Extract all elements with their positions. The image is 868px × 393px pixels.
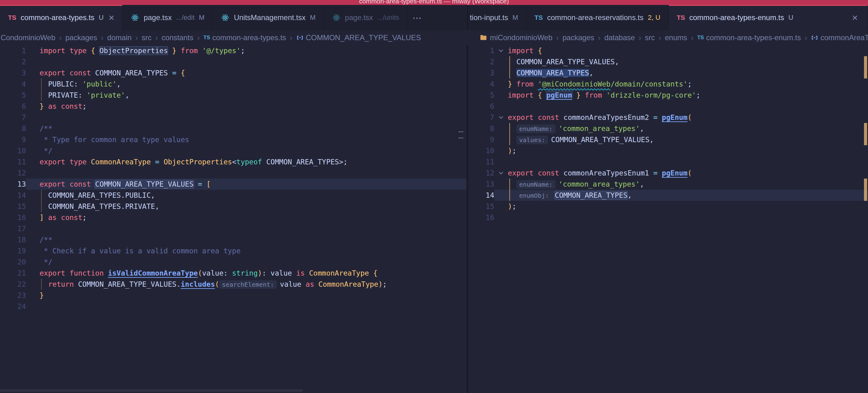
line-number[interactable]: 3 <box>468 67 494 79</box>
line-number[interactable]: 1 <box>0 45 26 56</box>
tab-unitsmanagement.tsx[interactable]: UnitsManagement.tsxM <box>213 5 324 30</box>
code-text[interactable] <box>39 301 466 312</box>
code-text[interactable] <box>39 112 466 123</box>
line-number[interactable]: 20 <box>0 256 26 268</box>
code-text[interactable] <box>39 56 466 67</box>
horizontal-scrollbar-thumb[interactable] <box>0 389 303 392</box>
line-number[interactable]: 15 <box>0 201 26 212</box>
line-number[interactable]: 24 <box>0 301 26 312</box>
code-text[interactable]: } as const; <box>39 101 466 112</box>
tab-common-area-types.ts[interactable]: TScommon-area-types.tsU× <box>0 5 123 30</box>
code-text[interactable] <box>508 101 868 112</box>
code-text[interactable]: export const COMMON_AREA_TYPES = { <box>39 67 466 79</box>
line-number[interactable]: 11 <box>0 156 26 168</box>
line-number[interactable]: 10 <box>0 145 26 156</box>
line-number[interactable]: 17 <box>0 223 26 234</box>
code-text[interactable]: ] as const; <box>39 212 466 223</box>
code-text[interactable]: values:COMMON_AREA_TYPE_VALUES, <box>508 134 868 145</box>
close-icon[interactable]: × <box>108 13 114 23</box>
code-text[interactable]: PUBLIC: 'public', <box>39 79 466 90</box>
code-text[interactable]: ); <box>508 201 868 212</box>
code-text[interactable]: COMMON_AREA_TYPES.PRIVATE, <box>39 201 466 212</box>
line-number[interactable]: 14 <box>468 190 494 201</box>
tab-common-area-types-enum.ts[interactable]: TScommon-area-types-enum.tsU× <box>669 5 868 30</box>
code-text[interactable]: */ <box>39 145 466 156</box>
line-number[interactable]: 8 <box>468 123 494 134</box>
code-text[interactable]: return COMMON_AREA_TYPE_VALUES.includes(… <box>39 279 466 290</box>
line-number[interactable]: 8 <box>0 123 26 134</box>
line-number[interactable]: 11 <box>468 156 494 168</box>
breadcrumb-root[interactable]: miCondominioWeb <box>490 33 552 42</box>
code-text[interactable] <box>508 212 868 223</box>
code-text[interactable] <box>39 168 466 179</box>
line-number[interactable]: 5 <box>0 90 26 101</box>
line-number[interactable]: 1 <box>468 45 494 56</box>
code-text[interactable]: */ <box>39 256 466 268</box>
code-text[interactable]: * Check if a value is a valid common are… <box>39 245 466 256</box>
tab-tion-input.ts[interactable]: tion-input.tsM <box>468 5 526 30</box>
code-text[interactable]: enumObj:COMMON_AREA_TYPES, <box>508 190 868 201</box>
line-number[interactable]: 22 <box>0 279 26 290</box>
code-text[interactable]: ); <box>508 145 868 156</box>
code-text[interactable]: export function isValidCommonAreaType(va… <box>39 268 466 279</box>
code-text[interactable]: PRIVATE: 'private', <box>39 90 466 101</box>
line-number[interactable]: 6 <box>468 101 494 112</box>
line-number[interactable]: 3 <box>0 67 26 79</box>
code-text[interactable]: /** <box>39 123 466 134</box>
breadcrumb-folder[interactable]: src <box>142 33 151 42</box>
close-icon[interactable]: × <box>852 13 858 23</box>
code-text[interactable]: export const commonAreaTypesEnum2 = pgEn… <box>508 112 868 123</box>
tab-overflow-button[interactable]: ⋯ <box>407 5 427 30</box>
line-number[interactable]: 10 <box>468 145 494 156</box>
line-number[interactable]: 12 <box>468 168 494 179</box>
tab-common-area-reservations.ts[interactable]: TScommon-area-reservations.ts2, U <box>526 5 669 30</box>
line-number[interactable]: 7 <box>0 112 26 123</box>
chevron-down-icon[interactable] <box>494 45 508 56</box>
breadcrumb-file[interactable]: TScommon-area-types.ts <box>204 33 286 42</box>
code-text[interactable]: import { <box>508 45 868 56</box>
line-number[interactable]: 13 <box>0 179 26 190</box>
breadcrumb-symbol[interactable]: COMMON_AREA_TYPE_VALUES <box>296 33 421 42</box>
code-text[interactable] <box>39 223 466 234</box>
line-number[interactable]: 4 <box>468 79 494 90</box>
code-text[interactable]: COMMON_AREA_TYPES.PUBLIC, <box>39 190 466 201</box>
breadcrumb-file[interactable]: TScommon-area-types-enum.ts <box>697 33 801 42</box>
code-text[interactable]: * Type for common area type values <box>39 134 466 145</box>
line-number[interactable]: 21 <box>0 268 26 279</box>
breadcrumb-folder[interactable]: domain <box>107 33 132 42</box>
line-number[interactable]: 7 <box>468 112 494 123</box>
line-number[interactable]: 5 <box>468 90 494 101</box>
code-text[interactable]: COMMON_AREA_TYPES, <box>508 67 868 79</box>
code-text[interactable]: export const commonAreaTypesEnum1 = pgEn… <box>508 168 868 179</box>
code-text[interactable]: export const COMMON_AREA_TYPE_VALUES = [ <box>39 179 466 190</box>
line-number[interactable]: 2 <box>468 56 494 67</box>
line-number[interactable]: 23 <box>0 290 26 301</box>
breadcrumb-folder[interactable]: constants <box>161 33 193 42</box>
line-number[interactable]: 16 <box>468 212 494 223</box>
line-number[interactable]: 18 <box>0 234 26 245</box>
line-number[interactable]: 19 <box>0 245 26 256</box>
code-text[interactable]: /** <box>39 234 466 245</box>
line-number[interactable]: 12 <box>0 168 26 179</box>
code-text[interactable]: export type CommonAreaType = ObjectPrope… <box>39 156 466 168</box>
line-number[interactable]: 13 <box>468 179 494 190</box>
tab-page.tsx[interactable]: page.tsx.../units <box>324 5 408 30</box>
code-text[interactable]: COMMON_AREA_TYPE_VALUES, <box>508 56 868 67</box>
line-number[interactable]: 9 <box>468 134 494 145</box>
line-number[interactable]: 16 <box>0 212 26 223</box>
line-number[interactable]: 2 <box>0 56 26 67</box>
breadcrumb-folder[interactable]: database <box>604 33 635 42</box>
tab-page.tsx[interactable]: page.tsx.../editM <box>123 5 213 30</box>
code-text[interactable]: } <box>39 290 466 301</box>
line-number[interactable]: 14 <box>0 190 26 201</box>
code-text[interactable]: } from '@miCondominioWeb/domain/constant… <box>508 79 868 90</box>
code-text[interactable]: enumName:'common_area_types', <box>508 179 868 190</box>
code-text[interactable]: import type { ObjectProperties } from '@… <box>39 45 466 56</box>
line-number[interactable]: 4 <box>0 79 26 90</box>
code-text[interactable]: import { pgEnum } from 'drizzle-orm/pg-c… <box>508 90 868 101</box>
chevron-down-icon[interactable] <box>494 112 508 123</box>
breadcrumb-folder[interactable]: packages <box>562 33 594 42</box>
chevron-down-icon[interactable] <box>494 168 508 179</box>
code-text[interactable]: enumName:'common_area_types', <box>508 123 868 134</box>
line-number[interactable]: 6 <box>0 101 26 112</box>
